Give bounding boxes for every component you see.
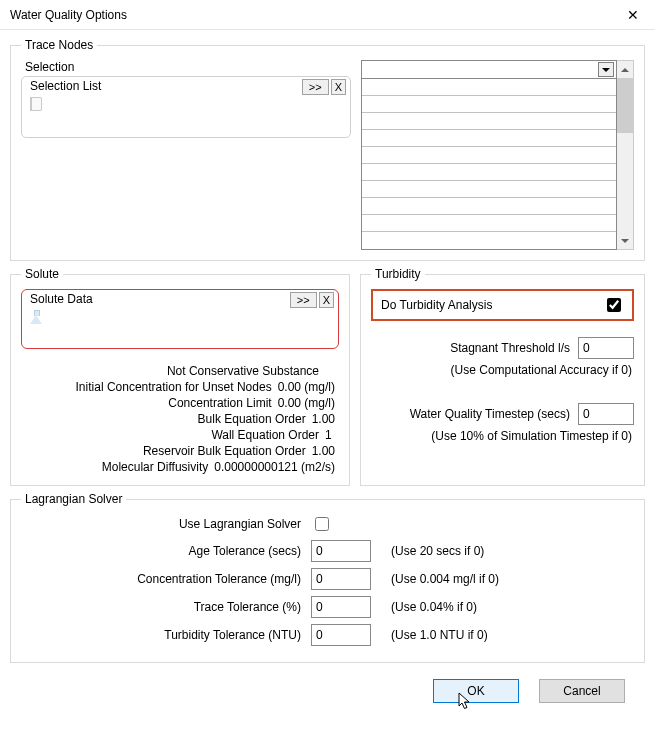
trace-tolerance-hint: (Use 0.04% if 0) xyxy=(391,600,634,614)
scroll-up-button[interactable] xyxy=(617,61,633,78)
dialog-footer: OK Cancel xyxy=(10,669,645,703)
selection-list-expand-button[interactable]: >> xyxy=(302,79,329,95)
trace-grid-dropdown-button[interactable] xyxy=(598,62,614,77)
table-row[interactable] xyxy=(362,215,616,232)
solute-legend: Solute xyxy=(21,267,63,281)
prop-value: 0.00000000121 (m2/s) xyxy=(214,460,335,474)
wq-timestep-note: (Use 10% of Simulation Timestep if 0) xyxy=(371,429,634,443)
prop-label: Molecular Diffusivity xyxy=(102,460,208,474)
trace-grid-header xyxy=(362,61,616,79)
close-icon: ✕ xyxy=(627,7,639,23)
prop-label: Initial Concentration for Unset Nodes xyxy=(76,380,272,394)
prop-label: Reservoir Bulk Equation Order xyxy=(143,444,306,458)
close-button[interactable]: ✕ xyxy=(610,0,655,30)
window-title: Water Quality Options xyxy=(10,8,610,22)
solute-data-expand-button[interactable]: >> xyxy=(290,292,317,308)
prop-value: 0.00 (mg/l) xyxy=(278,396,335,410)
table-row[interactable] xyxy=(362,130,616,147)
scroll-thumb[interactable] xyxy=(617,78,633,133)
turbidity-tolerance-label: Turbidity Tolerance (NTU) xyxy=(21,628,301,642)
selection-label: Selection xyxy=(25,60,351,74)
solute-data-box: Solute Data >> X xyxy=(21,289,339,349)
solute-properties: Not Conservative Substance Initial Conce… xyxy=(21,363,339,475)
prop-value xyxy=(325,364,335,378)
lagrangian-solver-group: Lagrangian Solver Use Lagrangian Solver … xyxy=(10,492,645,663)
trace-tolerance-input[interactable] xyxy=(311,596,371,618)
prop-value: 1 xyxy=(325,428,335,442)
page-icon xyxy=(30,97,42,111)
stagnant-threshold-input[interactable] xyxy=(578,337,634,359)
prop-label: Bulk Equation Order xyxy=(198,412,306,426)
stagnant-threshold-note: (Use Computational Accuracy if 0) xyxy=(371,363,634,377)
stagnant-threshold-label: Stagnant Threshold l/s xyxy=(450,341,570,355)
table-row[interactable] xyxy=(362,96,616,113)
selection-list-box: Selection List >> X xyxy=(21,76,351,138)
trace-tolerance-label: Trace Tolerance (%) xyxy=(21,600,301,614)
ok-button[interactable]: OK xyxy=(433,679,519,703)
prop-label: Not Conservative Substance xyxy=(167,364,319,378)
trace-grid-scrollbar[interactable] xyxy=(617,60,634,250)
age-tolerance-label: Age Tolerance (secs) xyxy=(21,544,301,558)
turbidity-legend: Turbidity xyxy=(371,267,425,281)
solute-data-label: Solute Data xyxy=(30,292,93,306)
cancel-button[interactable]: Cancel xyxy=(539,679,625,703)
wq-timestep-input[interactable] xyxy=(578,403,634,425)
prop-value: 0.00 (mg/l) xyxy=(278,380,335,394)
do-turbidity-analysis-label: Do Turbidity Analysis xyxy=(381,298,492,312)
concentration-tolerance-label: Concentration Tolerance (mg/l) xyxy=(21,572,301,586)
do-turbidity-analysis-checkbox[interactable] xyxy=(607,298,621,312)
solute-group: Solute Solute Data >> X Not Conservative… xyxy=(10,267,350,486)
flask-icon xyxy=(30,310,42,324)
trace-nodes-legend: Trace Nodes xyxy=(21,38,97,52)
wq-timestep-label: Water Quality Timestep (secs) xyxy=(410,407,570,421)
turbidity-group: Turbidity Do Turbidity Analysis Stagnant… xyxy=(360,267,645,486)
table-row[interactable] xyxy=(362,198,616,215)
do-turbidity-analysis-row: Do Turbidity Analysis xyxy=(371,289,634,321)
table-row[interactable] xyxy=(362,79,616,96)
prop-label: Wall Equation Order xyxy=(211,428,319,442)
scroll-down-button[interactable] xyxy=(617,232,633,249)
prop-label: Concentration Limit xyxy=(168,396,271,410)
use-lagrangian-checkbox[interactable] xyxy=(315,517,329,531)
trace-nodes-group: Trace Nodes Selection Selection List >> … xyxy=(10,38,645,261)
table-row[interactable] xyxy=(362,113,616,130)
concentration-tolerance-input[interactable] xyxy=(311,568,371,590)
table-row[interactable] xyxy=(362,232,616,249)
turbidity-tolerance-hint: (Use 1.0 NTU if 0) xyxy=(391,628,634,642)
trace-grid-container xyxy=(361,60,634,250)
age-tolerance-hint: (Use 20 secs if 0) xyxy=(391,544,634,558)
lagrangian-solver-legend: Lagrangian Solver xyxy=(21,492,126,506)
prop-value: 1.00 xyxy=(312,444,335,458)
concentration-tolerance-hint: (Use 0.004 mg/l if 0) xyxy=(391,572,634,586)
selection-list-label: Selection List xyxy=(30,79,101,93)
age-tolerance-input[interactable] xyxy=(311,540,371,562)
titlebar: Water Quality Options ✕ xyxy=(0,0,655,30)
table-row[interactable] xyxy=(362,164,616,181)
scroll-track[interactable] xyxy=(617,133,633,232)
table-row[interactable] xyxy=(362,147,616,164)
table-row[interactable] xyxy=(362,181,616,198)
prop-value: 1.00 xyxy=(312,412,335,426)
solute-data-close-button[interactable]: X xyxy=(319,292,334,308)
trace-grid[interactable] xyxy=(361,60,617,250)
use-lagrangian-label: Use Lagrangian Solver xyxy=(21,517,301,531)
turbidity-tolerance-input[interactable] xyxy=(311,624,371,646)
selection-list-close-button[interactable]: X xyxy=(331,79,346,95)
